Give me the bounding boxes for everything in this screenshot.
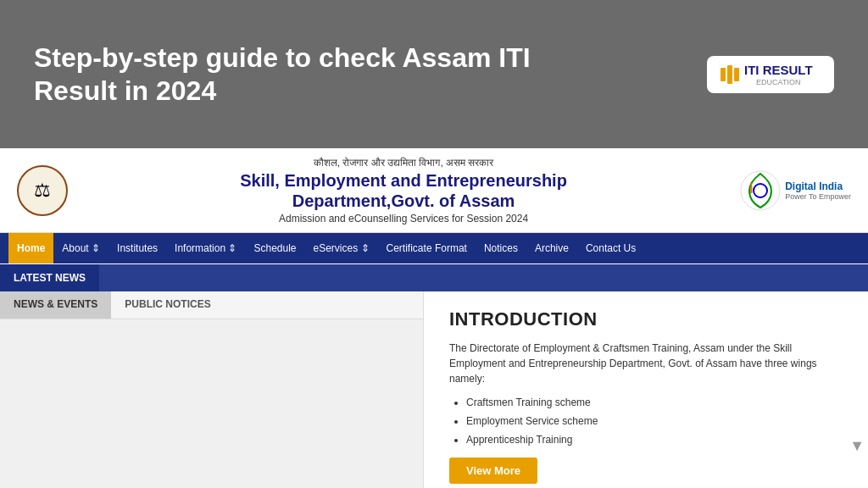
hero-section: Step-by-step guide to check Assam ITI Re…	[0, 0, 868, 148]
bullet-2: Employment Service scheme	[466, 415, 843, 427]
scroll-indicator-icon: ▼	[849, 437, 865, 455]
right-panel: INTRODUCTION The Directorate of Employme…	[424, 291, 868, 488]
nav-item-certificate-format[interactable]: Certificate Format	[378, 233, 476, 263]
dept-sub-text: Admission and eCounselling Services for …	[81, 213, 726, 225]
dept-hindi-text: कौशल, रोजगार और उद्यमिता विभाग, असम सरका…	[81, 157, 726, 169]
latest-news-label: LATEST NEWS	[0, 264, 99, 291]
nav-item-archive[interactable]: Archive	[526, 233, 577, 263]
nav-item-about[interactable]: About ⇕	[53, 233, 108, 263]
nav-item-contact-us[interactable]: Contact Us	[577, 233, 644, 263]
svg-text:i: i	[749, 181, 753, 196]
digital-india-logo: i Digital India Power To Empower	[739, 169, 851, 212]
tab-public-notices[interactable]: PUBLIC NOTICES	[111, 291, 224, 319]
latest-news-content	[99, 264, 868, 291]
digital-india-icon: i	[739, 169, 782, 212]
nav-item-schedule[interactable]: Schedule	[245, 233, 304, 263]
bullet-3: Apprenticeship Training	[466, 434, 843, 446]
content-area: NEWS & EVENTS PUBLIC NOTICES INTRODUCTIO…	[0, 291, 868, 488]
tab-news-events[interactable]: NEWS & EVENTS	[0, 291, 111, 319]
hero-title: Step-by-step guide to check Assam ITI Re…	[34, 42, 610, 107]
dept-name: Skill, Employment and Entrepreneurship D…	[81, 170, 726, 211]
nav-item-institutes[interactable]: Institutes	[108, 233, 166, 263]
nav-item-information[interactable]: Information ⇕	[166, 233, 245, 263]
nav-item-eservices[interactable]: eServices ⇕	[305, 233, 378, 263]
emblem-icon: ⚖	[34, 180, 51, 202]
nav-item-home[interactable]: Home	[8, 233, 53, 263]
digital-india-text-block: Digital India Power To Empower	[785, 180, 851, 201]
left-panel-content	[0, 319, 423, 488]
iti-bars-icon	[721, 65, 739, 84]
govt-emblem: ⚖	[17, 165, 68, 216]
department-header: ⚖ कौशल, रोजगार और उद्यमिता विभाग, असम सर…	[0, 148, 868, 233]
left-panel: NEWS & EVENTS PUBLIC NOTICES	[0, 291, 424, 488]
view-more-button[interactable]: View More	[449, 458, 537, 484]
bullet-1: Craftsmen Training scheme	[466, 396, 843, 408]
intro-title: INTRODUCTION	[449, 308, 843, 330]
intro-bullets: Craftsmen Training scheme Employment Ser…	[449, 396, 843, 446]
latest-news-bar: LATEST NEWS	[0, 264, 868, 291]
main-navigation: Home About ⇕ Institutes Information ⇕ Sc…	[0, 233, 868, 263]
badge-text: ITI RESULT EDUCATION	[744, 63, 813, 86]
left-panel-tabs: NEWS & EVENTS PUBLIC NOTICES	[0, 291, 423, 319]
iti-result-badge: ITI RESULT EDUCATION	[707, 56, 834, 93]
intro-body: The Directorate of Employment & Craftsme…	[449, 341, 843, 386]
svg-point-0	[741, 171, 780, 210]
department-info: कौशल, रोजगार और उद्यमिता विभाग, असम सरका…	[81, 157, 726, 225]
nav-item-notices[interactable]: Notices	[476, 233, 526, 263]
